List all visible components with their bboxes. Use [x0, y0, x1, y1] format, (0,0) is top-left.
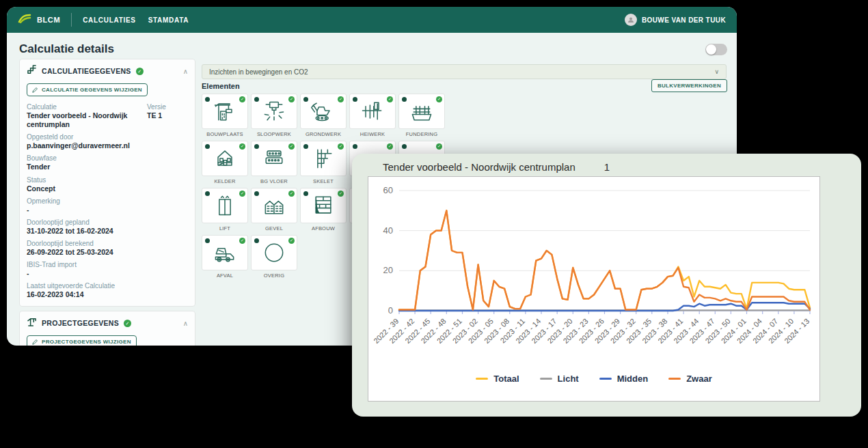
legend-item-totaal[interactable]: Totaal — [476, 374, 519, 384]
piling-icon — [357, 98, 388, 124]
field-value: - — [27, 206, 188, 214]
svg-text:0: 0 — [388, 305, 393, 316]
element-tile-label: SLOOPWERK — [251, 131, 297, 137]
element-tile-button[interactable]: ✓ — [251, 94, 297, 129]
brand[interactable]: BLCM — [18, 14, 60, 26]
brand-name: BLCM — [37, 16, 60, 24]
nav-item-calculaties[interactable]: CALCULATIES — [83, 16, 136, 24]
field-label: IBIS-Trad import — [27, 261, 188, 268]
chart-title: Tender voorbeeld - Noordwijk centrumplan — [383, 161, 575, 173]
field-label: Status — [27, 176, 188, 184]
element-tile-button[interactable]: ✓ — [202, 94, 248, 129]
element-tile: ✓GEVEL — [251, 188, 297, 232]
chevron-up-icon[interactable]: ∧ — [183, 68, 188, 75]
legend-label: Licht — [558, 374, 579, 384]
steps-icon — [27, 65, 37, 77]
circle-icon — [259, 240, 289, 266]
element-tile-button[interactable]: ✓ — [251, 235, 297, 270]
element-tile-label: HEIWERK — [349, 131, 396, 137]
chart-header: Tender voorbeeld - Noordwijk centrumplan… — [383, 161, 610, 173]
status-dot — [254, 238, 259, 243]
element-tile-button[interactable]: ✓ — [202, 141, 248, 176]
element-tile-label: SKELET — [300, 178, 347, 184]
line-chart: 02040602022 - 392022 - 422022 - 452022 -… — [368, 177, 819, 372]
house-icon — [210, 145, 240, 171]
check-icon: ✓ — [239, 96, 245, 102]
check-icon: ✓ — [239, 191, 245, 197]
element-tile-button[interactable]: ✓ — [349, 94, 396, 129]
field-label: Doorlooptijd gepland — [27, 219, 188, 226]
element-tile-button[interactable]: ✓ — [251, 141, 297, 176]
element-tile-button[interactable]: ✓ — [251, 188, 297, 223]
element-tile: ✓HEIWERK — [349, 94, 396, 137]
field-value: Tender — [27, 163, 188, 171]
field-label: Bouwfase — [27, 154, 188, 162]
element-tile: ✓GRONDWERK — [300, 94, 347, 137]
edit-calculatie-button[interactable]: CALCULATIE GEGEVENS WIJZIGEN — [27, 83, 148, 96]
element-tile-button[interactable]: ✓ — [300, 188, 347, 223]
field: Doorlooptijd berekend26-09-2022 tot 25-0… — [27, 240, 188, 257]
legend-item-licht[interactable]: Licht — [540, 374, 579, 384]
chevron-up-icon[interactable]: ∧ — [183, 320, 188, 327]
status-dot — [303, 97, 308, 102]
element-tile: ✓BG VLOER — [251, 141, 297, 184]
status-dot — [205, 238, 210, 243]
legend-item-midden[interactable]: Midden — [599, 374, 649, 384]
insights-dropdown[interactable]: Inzichten in bewegingen en CO2 ∨ — [202, 64, 727, 79]
element-tile-button[interactable]: ✓ — [202, 188, 248, 223]
elements-label: Elementen — [202, 82, 240, 90]
floor-icon — [259, 145, 289, 171]
svg-text:20: 20 — [383, 265, 393, 275]
element-tile-button[interactable]: ✓ — [398, 94, 445, 129]
element-tile: ✓SLOOPWERK — [251, 94, 297, 137]
check-icon: ✓ — [288, 143, 295, 150]
calculatiegegevens-card: CALCULATIEGEGEVENS ✓ ∧ CALCULATIE GEGEVE… — [19, 59, 195, 307]
check-icon: ✓ — [338, 96, 344, 102]
field-value: - — [27, 269, 188, 278]
check-icon: ✓ — [239, 238, 245, 244]
svg-text:40: 40 — [383, 225, 393, 236]
element-tile-button[interactable]: ✓ — [300, 94, 347, 129]
element-tile-label: GEVEL — [251, 225, 297, 232]
element-tile-button[interactable]: ✓ — [202, 235, 248, 270]
nav-item-stamdata[interactable]: STAMDATA — [148, 16, 189, 24]
element-tile: ✓AFVAL — [202, 235, 248, 279]
field: Opmerking- — [27, 197, 188, 214]
field-row: CalculatieTender voorbeeld - Noordwijk c… — [27, 103, 188, 129]
check-icon: ✓ — [436, 96, 442, 102]
blcm-logo-icon — [18, 14, 31, 26]
section-title: PROJECTGEGEVENS — [42, 319, 119, 327]
view-toggle[interactable] — [705, 44, 727, 55]
element-tile: ✓OVERIG — [251, 235, 297, 279]
field: BouwfaseTender — [27, 154, 188, 171]
edit-project-button[interactable]: PROJECTGEGEVENS WIJZIGEN — [27, 335, 137, 346]
bulk-processing-button[interactable]: BULKVERWERKINGEN — [651, 79, 727, 92]
jackhammer-icon — [259, 98, 289, 124]
element-tile: ✓BOUWPLAATS — [202, 94, 248, 137]
toggle-knob — [706, 44, 716, 55]
field: StatusConcept — [27, 176, 188, 193]
check-icon: ✓ — [136, 68, 144, 75]
element-tile-button[interactable]: ✓ — [300, 141, 347, 176]
status-dot — [254, 144, 259, 149]
check-icon: ✓ — [387, 143, 393, 150]
field: Opgesteld doorp.baanvinger@duravermeer.n… — [27, 133, 188, 150]
user-menu[interactable]: BOUWE VAN DER TUUK — [625, 14, 726, 26]
status-dot — [353, 144, 357, 149]
field-value: 31-10-2022 tot 16-02-2024 — [27, 227, 188, 236]
foundation-icon — [407, 98, 437, 124]
page-title: Calculatie details — [19, 42, 114, 56]
element-tile-label: FUNDERING — [398, 131, 445, 137]
status-dot — [254, 191, 259, 196]
field: Doorlooptijd gepland31-10-2022 tot 16-02… — [27, 219, 188, 236]
check-icon: ✓ — [387, 96, 393, 102]
chevron-down-icon: ∨ — [714, 68, 719, 75]
check-icon: ✓ — [124, 320, 131, 327]
field-value: TE 1 — [147, 111, 188, 120]
element-tile: ✓FUNDERING — [398, 94, 445, 137]
legend-item-zwaar[interactable]: Zwaar — [668, 374, 712, 384]
element-tile: ✓KELDER — [202, 141, 248, 184]
field-label: Versie — [147, 103, 188, 111]
status-dot — [402, 97, 407, 102]
section-title: CALCULATIEGEGEVENS — [42, 67, 131, 75]
